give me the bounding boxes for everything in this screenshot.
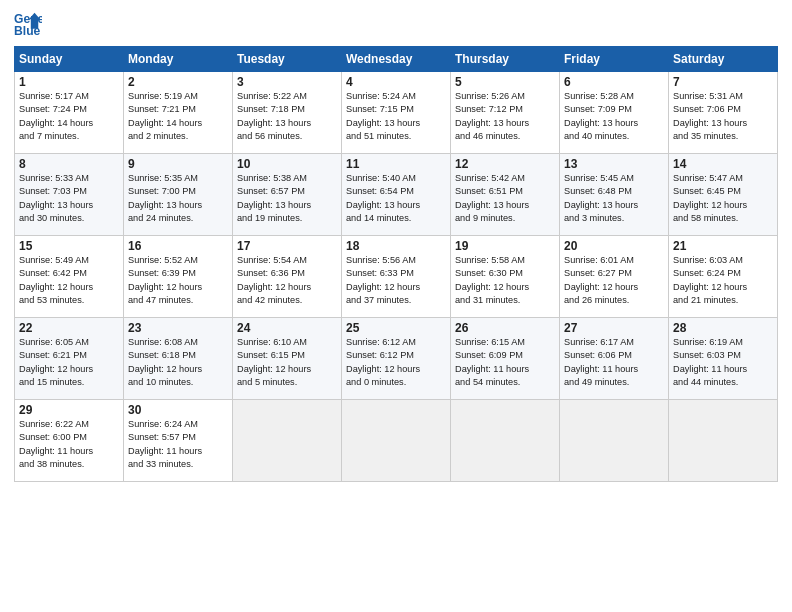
calendar-cell: 17Sunrise: 5:54 AM Sunset: 6:36 PM Dayli… xyxy=(233,236,342,318)
calendar-cell: 18Sunrise: 5:56 AM Sunset: 6:33 PM Dayli… xyxy=(342,236,451,318)
day-number: 6 xyxy=(564,75,664,89)
day-info: Sunrise: 6:10 AM Sunset: 6:15 PM Dayligh… xyxy=(237,336,337,389)
day-number: 12 xyxy=(455,157,555,171)
calendar-cell: 16Sunrise: 5:52 AM Sunset: 6:39 PM Dayli… xyxy=(124,236,233,318)
day-header-saturday: Saturday xyxy=(669,47,778,72)
day-number: 18 xyxy=(346,239,446,253)
day-info: Sunrise: 5:45 AM Sunset: 6:48 PM Dayligh… xyxy=(564,172,664,225)
calendar-cell xyxy=(669,400,778,482)
header: General Blue xyxy=(14,10,778,38)
day-number: 13 xyxy=(564,157,664,171)
day-header-wednesday: Wednesday xyxy=(342,47,451,72)
day-header-monday: Monday xyxy=(124,47,233,72)
day-info: Sunrise: 6:08 AM Sunset: 6:18 PM Dayligh… xyxy=(128,336,228,389)
day-info: Sunrise: 5:19 AM Sunset: 7:21 PM Dayligh… xyxy=(128,90,228,143)
day-info: Sunrise: 5:42 AM Sunset: 6:51 PM Dayligh… xyxy=(455,172,555,225)
day-info: Sunrise: 5:52 AM Sunset: 6:39 PM Dayligh… xyxy=(128,254,228,307)
calendar-cell: 21Sunrise: 6:03 AM Sunset: 6:24 PM Dayli… xyxy=(669,236,778,318)
day-number: 11 xyxy=(346,157,446,171)
day-info: Sunrise: 6:15 AM Sunset: 6:09 PM Dayligh… xyxy=(455,336,555,389)
day-info: Sunrise: 5:40 AM Sunset: 6:54 PM Dayligh… xyxy=(346,172,446,225)
logo: General Blue xyxy=(14,10,42,38)
week-row-5: 29Sunrise: 6:22 AM Sunset: 6:00 PM Dayli… xyxy=(15,400,778,482)
day-number: 17 xyxy=(237,239,337,253)
day-info: Sunrise: 6:01 AM Sunset: 6:27 PM Dayligh… xyxy=(564,254,664,307)
day-header-sunday: Sunday xyxy=(15,47,124,72)
day-info: Sunrise: 5:47 AM Sunset: 6:45 PM Dayligh… xyxy=(673,172,773,225)
day-info: Sunrise: 5:58 AM Sunset: 6:30 PM Dayligh… xyxy=(455,254,555,307)
calendar-cell: 9Sunrise: 5:35 AM Sunset: 7:00 PM Daylig… xyxy=(124,154,233,236)
calendar-cell: 6Sunrise: 5:28 AM Sunset: 7:09 PM Daylig… xyxy=(560,72,669,154)
day-number: 10 xyxy=(237,157,337,171)
week-row-4: 22Sunrise: 6:05 AM Sunset: 6:21 PM Dayli… xyxy=(15,318,778,400)
day-info: Sunrise: 5:17 AM Sunset: 7:24 PM Dayligh… xyxy=(19,90,119,143)
day-info: Sunrise: 6:03 AM Sunset: 6:24 PM Dayligh… xyxy=(673,254,773,307)
day-number: 28 xyxy=(673,321,773,335)
header-row: SundayMondayTuesdayWednesdayThursdayFrid… xyxy=(15,47,778,72)
calendar-cell xyxy=(233,400,342,482)
calendar-cell: 29Sunrise: 6:22 AM Sunset: 6:00 PM Dayli… xyxy=(15,400,124,482)
calendar-cell: 27Sunrise: 6:17 AM Sunset: 6:06 PM Dayli… xyxy=(560,318,669,400)
day-number: 2 xyxy=(128,75,228,89)
day-number: 9 xyxy=(128,157,228,171)
calendar-cell xyxy=(560,400,669,482)
day-number: 27 xyxy=(564,321,664,335)
calendar-cell: 3Sunrise: 5:22 AM Sunset: 7:18 PM Daylig… xyxy=(233,72,342,154)
day-info: Sunrise: 6:22 AM Sunset: 6:00 PM Dayligh… xyxy=(19,418,119,471)
day-number: 22 xyxy=(19,321,119,335)
calendar-cell: 26Sunrise: 6:15 AM Sunset: 6:09 PM Dayli… xyxy=(451,318,560,400)
calendar-cell: 28Sunrise: 6:19 AM Sunset: 6:03 PM Dayli… xyxy=(669,318,778,400)
day-info: Sunrise: 6:19 AM Sunset: 6:03 PM Dayligh… xyxy=(673,336,773,389)
calendar-cell: 22Sunrise: 6:05 AM Sunset: 6:21 PM Dayli… xyxy=(15,318,124,400)
calendar-cell: 30Sunrise: 6:24 AM Sunset: 5:57 PM Dayli… xyxy=(124,400,233,482)
day-number: 24 xyxy=(237,321,337,335)
day-info: Sunrise: 5:35 AM Sunset: 7:00 PM Dayligh… xyxy=(128,172,228,225)
week-row-3: 15Sunrise: 5:49 AM Sunset: 6:42 PM Dayli… xyxy=(15,236,778,318)
day-info: Sunrise: 5:28 AM Sunset: 7:09 PM Dayligh… xyxy=(564,90,664,143)
calendar-cell: 15Sunrise: 5:49 AM Sunset: 6:42 PM Dayli… xyxy=(15,236,124,318)
day-number: 8 xyxy=(19,157,119,171)
calendar-cell: 13Sunrise: 5:45 AM Sunset: 6:48 PM Dayli… xyxy=(560,154,669,236)
week-row-1: 1Sunrise: 5:17 AM Sunset: 7:24 PM Daylig… xyxy=(15,72,778,154)
day-header-tuesday: Tuesday xyxy=(233,47,342,72)
calendar-cell: 10Sunrise: 5:38 AM Sunset: 6:57 PM Dayli… xyxy=(233,154,342,236)
day-number: 16 xyxy=(128,239,228,253)
day-header-thursday: Thursday xyxy=(451,47,560,72)
day-info: Sunrise: 5:26 AM Sunset: 7:12 PM Dayligh… xyxy=(455,90,555,143)
day-info: Sunrise: 5:54 AM Sunset: 6:36 PM Dayligh… xyxy=(237,254,337,307)
calendar-cell: 12Sunrise: 5:42 AM Sunset: 6:51 PM Dayli… xyxy=(451,154,560,236)
day-info: Sunrise: 5:31 AM Sunset: 7:06 PM Dayligh… xyxy=(673,90,773,143)
day-info: Sunrise: 5:22 AM Sunset: 7:18 PM Dayligh… xyxy=(237,90,337,143)
calendar-cell: 24Sunrise: 6:10 AM Sunset: 6:15 PM Dayli… xyxy=(233,318,342,400)
day-header-friday: Friday xyxy=(560,47,669,72)
day-info: Sunrise: 6:24 AM Sunset: 5:57 PM Dayligh… xyxy=(128,418,228,471)
day-info: Sunrise: 6:12 AM Sunset: 6:12 PM Dayligh… xyxy=(346,336,446,389)
day-number: 23 xyxy=(128,321,228,335)
calendar-cell xyxy=(342,400,451,482)
day-number: 1 xyxy=(19,75,119,89)
day-number: 26 xyxy=(455,321,555,335)
calendar-table: SundayMondayTuesdayWednesdayThursdayFrid… xyxy=(14,46,778,482)
day-number: 29 xyxy=(19,403,119,417)
day-info: Sunrise: 6:17 AM Sunset: 6:06 PM Dayligh… xyxy=(564,336,664,389)
day-info: Sunrise: 5:33 AM Sunset: 7:03 PM Dayligh… xyxy=(19,172,119,225)
day-info: Sunrise: 5:49 AM Sunset: 6:42 PM Dayligh… xyxy=(19,254,119,307)
calendar-cell: 5Sunrise: 5:26 AM Sunset: 7:12 PM Daylig… xyxy=(451,72,560,154)
day-number: 7 xyxy=(673,75,773,89)
day-number: 4 xyxy=(346,75,446,89)
day-number: 5 xyxy=(455,75,555,89)
calendar-cell xyxy=(451,400,560,482)
calendar-cell: 20Sunrise: 6:01 AM Sunset: 6:27 PM Dayli… xyxy=(560,236,669,318)
day-number: 15 xyxy=(19,239,119,253)
calendar-cell: 11Sunrise: 5:40 AM Sunset: 6:54 PM Dayli… xyxy=(342,154,451,236)
day-number: 3 xyxy=(237,75,337,89)
calendar-cell: 25Sunrise: 6:12 AM Sunset: 6:12 PM Dayli… xyxy=(342,318,451,400)
calendar-cell: 23Sunrise: 6:08 AM Sunset: 6:18 PM Dayli… xyxy=(124,318,233,400)
calendar-cell: 4Sunrise: 5:24 AM Sunset: 7:15 PM Daylig… xyxy=(342,72,451,154)
day-number: 21 xyxy=(673,239,773,253)
calendar-cell: 7Sunrise: 5:31 AM Sunset: 7:06 PM Daylig… xyxy=(669,72,778,154)
week-row-2: 8Sunrise: 5:33 AM Sunset: 7:03 PM Daylig… xyxy=(15,154,778,236)
calendar-cell: 8Sunrise: 5:33 AM Sunset: 7:03 PM Daylig… xyxy=(15,154,124,236)
day-number: 30 xyxy=(128,403,228,417)
day-info: Sunrise: 5:38 AM Sunset: 6:57 PM Dayligh… xyxy=(237,172,337,225)
